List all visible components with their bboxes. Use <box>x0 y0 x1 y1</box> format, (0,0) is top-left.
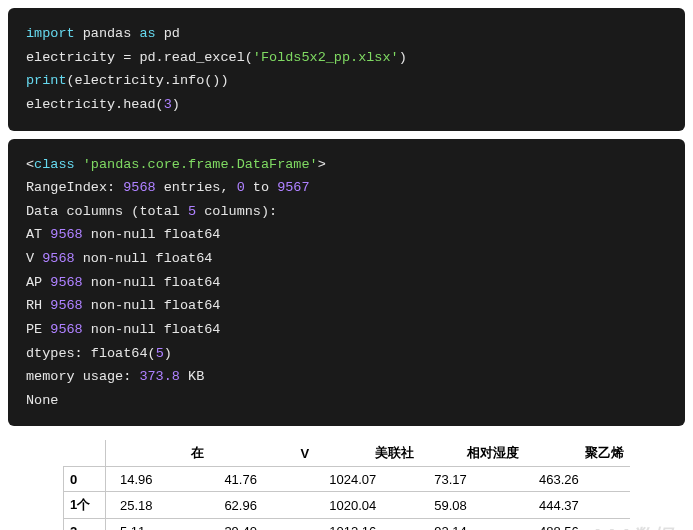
table-header-row: 在 V 美联社 相对湿度 聚乙烯 <box>64 440 631 467</box>
table-header: 相对湿度 <box>420 440 525 467</box>
cell: 92.14 <box>420 519 525 530</box>
number-literal: 373.8 <box>139 369 180 384</box>
output-text: RH <box>26 298 50 313</box>
keyword: import <box>26 26 75 41</box>
cell: 25.18 <box>106 492 211 519</box>
table-row: 2 5.11 39.40 1012.16 92.14 488.56 <box>64 519 631 530</box>
output-text: AT <box>26 227 50 242</box>
code-text: pandas <box>75 26 140 41</box>
output-text: non-null float64 <box>75 251 213 266</box>
table-header: 在 <box>106 440 211 467</box>
number-literal: 9568 <box>50 227 82 242</box>
builtin: print <box>26 73 67 88</box>
code-text: ) <box>399 50 407 65</box>
keyword: as <box>139 26 155 41</box>
output-text: RangeIndex: <box>26 180 123 195</box>
output-text: ) <box>164 346 172 361</box>
string-literal: 'Folds5x2_pp.xlsx' <box>253 50 399 65</box>
cell: 444.37 <box>525 492 630 519</box>
table-header: 美联社 <box>315 440 420 467</box>
code-text: (electricity.info()) <box>67 73 229 88</box>
number-literal: 5 <box>188 204 196 219</box>
code-output-block: <class 'pandas.core.frame.DataFrame'> Ra… <box>8 139 685 427</box>
table-row: 1个 25.18 62.96 1020.04 59.08 444.37 <box>64 492 631 519</box>
output-text: to <box>245 180 277 195</box>
cell: 39.40 <box>210 519 315 530</box>
code-text: pd <box>156 26 180 41</box>
number-literal: 0 <box>237 180 245 195</box>
cell: 14.96 <box>106 467 211 492</box>
output-text: memory usage: <box>26 369 139 384</box>
output-text: non-null float64 <box>83 322 221 337</box>
output-text: KB <box>180 369 204 384</box>
number-literal: 9568 <box>50 322 82 337</box>
cell: 1024.07 <box>315 467 420 492</box>
cell: 1012.16 <box>315 519 420 530</box>
number-literal: 5 <box>156 346 164 361</box>
number-literal: 9567 <box>277 180 309 195</box>
cell: 62.96 <box>210 492 315 519</box>
number-literal: 9568 <box>123 180 155 195</box>
number-literal: 9568 <box>50 275 82 290</box>
row-index: 1个 <box>64 492 106 519</box>
table-header <box>64 440 106 467</box>
cell: 59.08 <box>420 492 525 519</box>
row-index: 0 <box>64 467 106 492</box>
cell: 41.76 <box>210 467 315 492</box>
output-text: > <box>318 157 326 172</box>
code-text: electricity = pd.read_excel( <box>26 50 253 65</box>
table-header: 聚乙烯 <box>525 440 630 467</box>
output-text: None <box>26 393 58 408</box>
table-header: V <box>210 440 315 467</box>
code-text: electricity.head( <box>26 97 164 112</box>
output-text: non-null float64 <box>83 298 221 313</box>
cell: 488.56 <box>525 519 630 530</box>
output-text: PE <box>26 322 50 337</box>
table-row: 0 14.96 41.76 1024.07 73.17 463.26 <box>64 467 631 492</box>
dataframe-table: 在 V 美联社 相对湿度 聚乙烯 0 14.96 41.76 1024.07 7… <box>63 440 630 530</box>
string-literal: 'pandas.core.frame.DataFrame' <box>83 157 318 172</box>
row-index: 2 <box>64 519 106 530</box>
output-text: entries, <box>156 180 237 195</box>
output-text: non-null float64 <box>83 275 221 290</box>
number-literal: 3 <box>164 97 172 112</box>
output-text: AP <box>26 275 50 290</box>
output-text: columns): <box>196 204 277 219</box>
cell: 5.11 <box>106 519 211 530</box>
output-text: V <box>26 251 42 266</box>
number-literal: 9568 <box>50 298 82 313</box>
number-literal: 9568 <box>42 251 74 266</box>
code-input-block: import pandas as pd electricity = pd.rea… <box>8 8 685 131</box>
code-text: ) <box>172 97 180 112</box>
output-text <box>75 157 83 172</box>
output-text: non-null float64 <box>83 227 221 242</box>
cell: 73.17 <box>420 467 525 492</box>
dataframe-table-wrap: 在 V 美联社 相对湿度 聚乙烯 0 14.96 41.76 1024.07 7… <box>63 440 630 530</box>
cell: 1020.04 <box>315 492 420 519</box>
keyword: class <box>34 157 75 172</box>
cell: 463.26 <box>525 467 630 492</box>
output-text: Data columns (total <box>26 204 188 219</box>
output-text: dtypes: float64( <box>26 346 156 361</box>
output-text: < <box>26 157 34 172</box>
